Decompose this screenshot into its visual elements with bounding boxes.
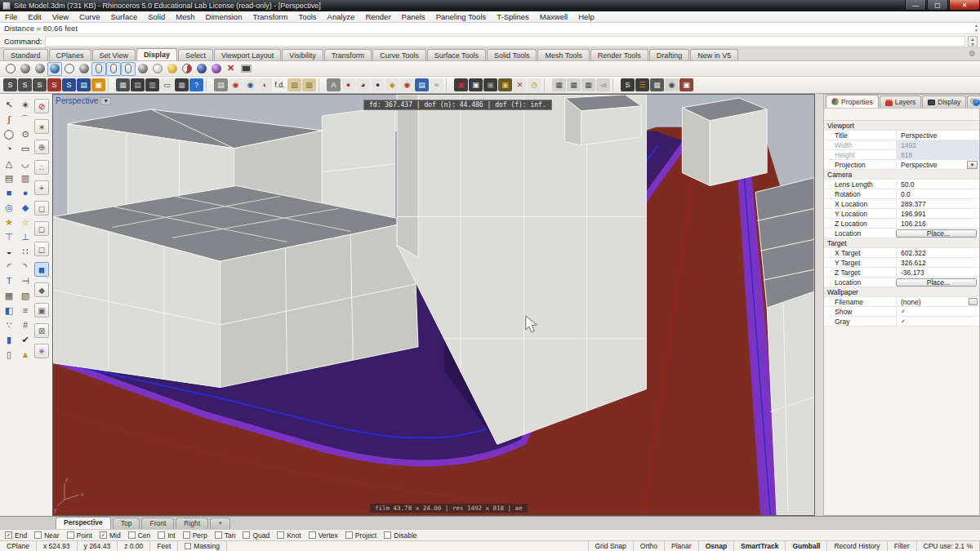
property-value[interactable]: Perspective bbox=[896, 160, 967, 169]
osnap-toggle[interactable]: Disable bbox=[384, 531, 416, 540]
property-row[interactable]: Width 1492 ▼ bbox=[824, 140, 979, 150]
panel-dark-icon[interactable]: ▤ bbox=[131, 78, 145, 91]
text-tool-icon[interactable]: T bbox=[1, 273, 17, 288]
cube-mode-1-icon[interactable]: ◻ bbox=[34, 201, 49, 216]
osnap-checkbox[interactable] bbox=[215, 531, 222, 539]
osnap-toggle[interactable]: ✓ End bbox=[5, 531, 27, 540]
status-cell[interactable] bbox=[227, 541, 589, 551]
osnap-toggle[interactable]: Point bbox=[67, 531, 92, 540]
focal-distance-icon[interactable]: f.d. bbox=[273, 78, 287, 91]
plane-tool-icon[interactable]: ⊤ bbox=[1, 229, 17, 244]
dimension-tool-icon[interactable]: ⊣ bbox=[17, 273, 33, 288]
display-mode-icon[interactable] bbox=[47, 62, 62, 76]
photo-board-icon[interactable]: ▨ bbox=[287, 78, 301, 91]
menu-item[interactable]: Render bbox=[365, 12, 390, 21]
dropdown-arrow-icon[interactable]: ▼ bbox=[967, 161, 978, 169]
status-cell[interactable]: CPlane bbox=[0, 541, 37, 551]
notes-window-icon[interactable]: ▭ bbox=[160, 78, 174, 91]
osnap-checkbox[interactable]: ✓ bbox=[100, 531, 107, 539]
menu-item[interactable]: Panels bbox=[402, 12, 425, 21]
display-mode-icon[interactable] bbox=[136, 62, 150, 76]
cube-mode-3-icon[interactable]: ◻ bbox=[34, 242, 49, 256]
osnap-checkbox[interactable] bbox=[128, 531, 136, 539]
viewport-title-dropdown-icon[interactable]: ▼ bbox=[100, 97, 111, 105]
curve-tool-icon[interactable]: ⌒ bbox=[17, 112, 33, 127]
half-sphere-icon[interactable]: ◐ bbox=[258, 78, 272, 91]
browse-button[interactable] bbox=[969, 298, 978, 305]
sphere-tool-icon[interactable]: ● bbox=[17, 185, 33, 200]
osnap-toggle[interactable]: Quad bbox=[243, 531, 270, 540]
property-value[interactable]: ✓ bbox=[896, 317, 979, 326]
menu-item[interactable]: Help bbox=[578, 12, 595, 21]
panel-gear-icon[interactable]: ⚙ bbox=[969, 97, 976, 105]
rhino-options-icon[interactable]: S bbox=[3, 78, 17, 91]
osnap-checkbox[interactable] bbox=[384, 531, 391, 539]
arc-tool-icon[interactable]: ◔ bbox=[1, 141, 17, 156]
status-cell[interactable]: CPU use: 2.1 % bbox=[917, 541, 980, 551]
property-value[interactable]: Perspective bbox=[896, 131, 979, 140]
boolean-union-icon[interactable]: ∷ bbox=[17, 244, 33, 259]
menu-item[interactable]: Paneling Tools bbox=[436, 12, 487, 21]
toolbar-tab[interactable]: Solid Tools bbox=[487, 49, 537, 60]
fillet-tool-icon[interactable]: ★ bbox=[1, 215, 17, 229]
cube-mode-2-icon[interactable]: ◻ bbox=[34, 221, 49, 236]
property-value[interactable]: 289.377 bbox=[896, 199, 979, 208]
boxes-filter-icon[interactable]: ▣ bbox=[34, 303, 49, 318]
property-value[interactable]: 818 bbox=[896, 150, 979, 159]
camera-gold-icon[interactable]: ▣ bbox=[498, 78, 512, 91]
toolbar-tab[interactable]: Select bbox=[178, 49, 213, 60]
tube-tool-icon[interactable]: ▯ bbox=[1, 347, 17, 362]
photo-board-2-icon[interactable]: ▨ bbox=[302, 78, 316, 91]
property-row[interactable]: Z Target -36.173 ▼ bbox=[824, 268, 979, 278]
menu-item[interactable]: Edit bbox=[28, 12, 41, 21]
display-mode-icon[interactable] bbox=[121, 62, 136, 76]
property-value[interactable]: 602.322 bbox=[896, 248, 979, 257]
panel-dots-icon[interactable]: ▥ bbox=[145, 78, 159, 91]
display-mode-icon[interactable] bbox=[165, 62, 180, 76]
osnap-toggle[interactable]: Tan bbox=[215, 531, 236, 540]
camera-track-icon[interactable]: ▣ bbox=[679, 78, 693, 91]
property-value[interactable]: 326.612 bbox=[896, 258, 979, 267]
material-ball-red-icon[interactable]: ◉ bbox=[229, 78, 243, 91]
block-tool-icon[interactable]: ◧ bbox=[1, 303, 17, 318]
property-value[interactable]: Place... bbox=[896, 278, 977, 287]
rhino-blue-icon[interactable]: S bbox=[62, 78, 76, 91]
property-value[interactable]: 0.0 bbox=[896, 189, 979, 198]
osnap-checkbox[interactable] bbox=[243, 531, 250, 539]
command-spinner[interactable]: ▲▼ bbox=[968, 36, 978, 47]
osnap-checkbox[interactable] bbox=[34, 531, 42, 539]
ellipse-tool-icon[interactable]: ⊙ bbox=[17, 127, 33, 141]
viewport-tab[interactable]: Top bbox=[113, 518, 140, 529]
floppy-blue-icon[interactable]: ▤ bbox=[415, 78, 429, 91]
frame-filter-icon[interactable]: ⊠ bbox=[34, 323, 49, 338]
menu-item[interactable]: Analyze bbox=[327, 12, 355, 21]
osnap-checkbox[interactable] bbox=[345, 531, 353, 539]
property-row[interactable]: X Location 289.377 ▼ bbox=[824, 199, 979, 209]
property-row[interactable]: Rotation 0.0 ▼ bbox=[824, 189, 979, 199]
viewport-tab[interactable]: + bbox=[210, 518, 230, 529]
toolbar-tab[interactable]: Display bbox=[136, 48, 177, 60]
menu-item[interactable]: Surface bbox=[110, 12, 137, 21]
waves-icon[interactable]: ≈ bbox=[430, 78, 443, 91]
camera-show-icon[interactable]: ▣ bbox=[469, 78, 483, 91]
status-cell[interactable]: SmartTrack bbox=[734, 541, 786, 551]
select-tool-icon[interactable]: ↖ bbox=[1, 97, 17, 112]
torus-tool-icon[interactable]: ◎ bbox=[1, 200, 17, 215]
toolbar-tab[interactable]: Drafting bbox=[649, 49, 690, 60]
toolbar-tab[interactable]: Render Tools bbox=[590, 49, 648, 60]
toolbar-tab[interactable]: Curve Tools bbox=[372, 49, 425, 60]
property-value[interactable]: (none) bbox=[896, 297, 969, 306]
save-icon[interactable]: ▤ bbox=[77, 78, 91, 91]
magnet-filter-icon[interactable]: ◆ bbox=[34, 282, 49, 297]
property-row[interactable]: X Target 602.322 ▼ bbox=[824, 248, 979, 258]
fire-render-icon[interactable]: ▣ bbox=[91, 78, 105, 91]
display-mode-icon[interactable] bbox=[106, 62, 121, 76]
status-cell[interactable]: Record History bbox=[827, 541, 887, 551]
red-ball-icon[interactable]: ● bbox=[341, 78, 355, 91]
status-cell[interactable]: Osnap bbox=[699, 541, 734, 551]
arc-blend-icon[interactable]: ◝ bbox=[17, 259, 33, 273]
property-row[interactable]: Projection Perspective ▼ bbox=[824, 160, 979, 170]
osnap-checkbox[interactable] bbox=[309, 531, 316, 539]
display-mode-icon[interactable] bbox=[238, 62, 253, 76]
toolbar-tab[interactable]: Viewport Layout bbox=[214, 49, 281, 60]
